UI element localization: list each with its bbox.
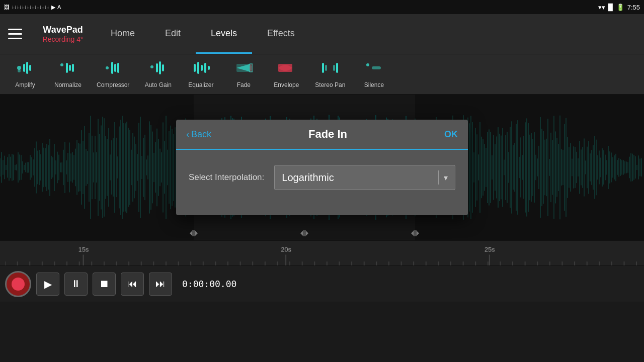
svg-rect-19 xyxy=(162,64,164,71)
svg-point-4 xyxy=(18,69,21,72)
normalize-icon xyxy=(59,60,77,79)
tab-effects[interactable]: Effects xyxy=(252,14,310,54)
dialog-title: Fade In xyxy=(308,128,347,141)
svg-point-34 xyxy=(366,63,369,66)
tab-levels[interactable]: Levels xyxy=(196,14,252,54)
svg-rect-35 xyxy=(372,66,381,69)
app-subtitle: Recording 4* xyxy=(30,35,96,43)
svg-rect-9 xyxy=(66,63,68,73)
signal-icon: ▉ xyxy=(608,4,613,11)
play-icon: ▶ xyxy=(44,278,52,290)
svg-rect-2 xyxy=(8,38,22,39)
dialog-overlay: ‹ Back Fade In OK Select Interpolation: … xyxy=(0,95,644,240)
svg-rect-13 xyxy=(111,62,113,74)
timeline-inner xyxy=(5,241,639,265)
chevron-down-icon: ▾ xyxy=(444,173,448,183)
stereopan-icon xyxy=(321,60,339,79)
svg-rect-30 xyxy=(322,63,324,73)
svg-rect-24 xyxy=(208,66,210,70)
app-icon: A xyxy=(57,4,61,11)
normalize-button[interactable]: Normalize xyxy=(48,57,88,91)
timeline xyxy=(0,240,644,265)
amplify-button[interactable]: Amplify xyxy=(5,57,45,91)
interpolation-value: Logarithmic xyxy=(282,172,433,184)
svg-rect-23 xyxy=(204,63,206,73)
svg-rect-15 xyxy=(117,63,119,73)
amplify-icon xyxy=(16,60,34,79)
battery-icon: 🔋 xyxy=(616,4,624,11)
menu-button[interactable] xyxy=(0,14,30,54)
svg-rect-31 xyxy=(325,65,327,71)
svg-rect-11 xyxy=(72,64,74,72)
back-button[interactable]: ‹ Back xyxy=(186,129,211,140)
interpolation-select[interactable]: Logarithmic ▾ xyxy=(274,165,455,190)
skip-back-button[interactable]: ⏮ xyxy=(121,273,144,296)
app-name: WavePad xyxy=(30,25,96,35)
play-button[interactable]: ▶ xyxy=(36,273,59,296)
compressor-button[interactable]: Compressor xyxy=(91,57,135,91)
app-title: WavePad Recording 4* xyxy=(30,25,96,43)
equalizer-icon xyxy=(192,60,210,79)
autogain-icon xyxy=(149,60,167,79)
svg-rect-21 xyxy=(197,62,199,74)
svg-rect-32 xyxy=(333,65,335,71)
svg-point-8 xyxy=(60,63,63,66)
envelope-button[interactable]: Envelope xyxy=(266,57,306,91)
svg-point-3 xyxy=(17,66,21,70)
svg-rect-17 xyxy=(156,63,158,72)
play-icon: ▶ xyxy=(51,4,55,11)
time-display: 0:00:00.00 xyxy=(182,279,236,289)
svg-rect-1 xyxy=(8,33,22,35)
dialog-header: ‹ Back Fade In OK xyxy=(176,120,468,150)
wifi-icon: ▾▾ xyxy=(598,4,605,11)
stereopan-button[interactable]: Stereo Pan xyxy=(309,57,351,91)
stop-button[interactable]: ⏹ xyxy=(93,273,116,296)
status-bar: 🖼 ↓↓↓↓↓↓↓↓↓↓↓↓↓↓↓ ▶ A ▾▾ ▉ 🔋 7:55 xyxy=(0,0,644,14)
svg-rect-6 xyxy=(26,62,28,74)
svg-point-16 xyxy=(150,65,153,68)
svg-rect-22 xyxy=(201,65,203,71)
timeline-canvas xyxy=(5,241,639,265)
photo-icon: 🖼 xyxy=(4,4,10,11)
svg-rect-18 xyxy=(159,61,161,74)
silence-button[interactable]: Silence xyxy=(354,57,394,91)
dialog-body: Select Interpolation: Logarithmic ▾ xyxy=(176,150,468,215)
fade-in-dialog: ‹ Back Fade In OK Select Interpolation: … xyxy=(176,120,468,215)
pause-icon: ⏸ xyxy=(71,278,81,290)
download-icons: ↓↓↓↓↓↓↓↓↓↓↓↓↓↓↓ xyxy=(12,4,49,11)
record-button[interactable] xyxy=(5,271,31,297)
stop-icon: ⏹ xyxy=(99,278,109,290)
svg-marker-28 xyxy=(250,65,252,71)
skip-back-icon: ⏮ xyxy=(127,278,137,290)
compressor-icon xyxy=(104,60,122,79)
fade-button[interactable]: Fade xyxy=(223,57,264,91)
svg-rect-14 xyxy=(114,64,116,72)
tab-home[interactable]: Home xyxy=(96,14,150,54)
svg-rect-5 xyxy=(23,64,25,72)
waveform-area: ‹ Back Fade In OK Select Interpolation: … xyxy=(0,95,644,240)
svg-rect-20 xyxy=(194,64,196,72)
envelope-icon xyxy=(277,60,295,79)
playback-bar: ▶ ⏸ ⏹ ⏮ ⏭ 0:00:00.00 xyxy=(0,265,644,302)
equalizer-button[interactable]: Equalizer xyxy=(181,57,221,91)
select-divider xyxy=(438,170,439,185)
skip-forward-button[interactable]: ⏭ xyxy=(149,273,172,296)
nav-tabs: Home Edit Levels Effects xyxy=(96,14,644,54)
svg-rect-33 xyxy=(336,63,338,73)
skip-forward-icon: ⏭ xyxy=(155,278,166,290)
chevron-left-icon: ‹ xyxy=(186,129,189,140)
status-bar-left: 🖼 ↓↓↓↓↓↓↓↓↓↓↓↓↓↓↓ ▶ A xyxy=(4,4,61,11)
tab-edit[interactable]: Edit xyxy=(150,14,196,54)
ok-button[interactable]: OK xyxy=(444,129,458,140)
svg-rect-0 xyxy=(8,29,22,30)
pause-button[interactable]: ⏸ xyxy=(64,273,88,296)
svg-rect-7 xyxy=(29,65,31,71)
svg-point-12 xyxy=(106,66,109,69)
interpolation-label: Select Interpolation: xyxy=(189,172,264,183)
silence-icon xyxy=(365,60,383,79)
autogain-button[interactable]: Auto Gain xyxy=(138,57,178,91)
status-bar-right: ▾▾ ▉ 🔋 7:55 xyxy=(598,4,640,11)
effects-bar: Amplify Normalize Compressor xyxy=(0,54,644,95)
svg-rect-10 xyxy=(69,65,71,71)
time-display: 7:55 xyxy=(627,4,640,11)
